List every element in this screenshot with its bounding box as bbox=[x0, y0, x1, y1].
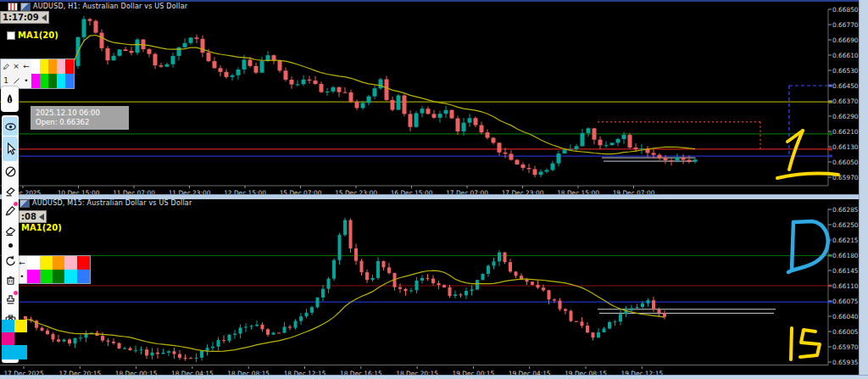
color-swatch[interactable] bbox=[48, 59, 57, 74]
stamp-tool[interactable] bbox=[3, 290, 18, 309]
highlighter-icon bbox=[4, 185, 17, 198]
y-tick-label: 0.66110 bbox=[832, 282, 859, 290]
candle-body bbox=[545, 170, 549, 172]
dot-tool[interactable] bbox=[3, 240, 18, 250]
color-swatch[interactable] bbox=[14, 320, 27, 332]
color-swatch[interactable] bbox=[40, 270, 53, 283]
indicator-checkbox[interactable] bbox=[7, 31, 15, 40]
color-swatch[interactable] bbox=[65, 74, 74, 88]
timer-collapse-arrow-icon[interactable] bbox=[39, 214, 44, 220]
candle-body bbox=[391, 100, 395, 110]
drawn-one-five[interactable] bbox=[800, 330, 820, 357]
color-swatch[interactable] bbox=[64, 256, 77, 270]
drawn-one-five[interactable] bbox=[791, 328, 792, 359]
chart-window-icon[interactable] bbox=[19, 199, 30, 208]
color-swatch[interactable] bbox=[77, 270, 90, 283]
candle-body bbox=[404, 289, 408, 292]
dot-tool-icon[interactable]: • bbox=[21, 74, 31, 88]
highlighter-tool[interactable] bbox=[3, 181, 18, 200]
color-swatch[interactable] bbox=[57, 74, 65, 88]
color-swatch[interactable] bbox=[48, 74, 57, 88]
color-swatch[interactable] bbox=[64, 270, 77, 283]
pen-off-tool[interactable] bbox=[3, 162, 18, 181]
eye-tool[interactable] bbox=[3, 117, 18, 136]
candle-body bbox=[272, 332, 275, 334]
arrow-left-icon[interactable]: ← bbox=[21, 59, 31, 74]
candle-body bbox=[361, 103, 365, 108]
annotation-app-logo[interactable] bbox=[1, 86, 19, 112]
timer-collapse-arrow-icon[interactable] bbox=[42, 14, 47, 21]
candle-body bbox=[652, 153, 656, 154]
candle-body bbox=[371, 278, 375, 280]
charts-canvas[interactable]: 0.668500.667700.666900.666100.665300.664… bbox=[0, 0, 868, 379]
close-icon[interactable]: × bbox=[11, 59, 21, 74]
candle-body bbox=[321, 289, 325, 298]
candle-body bbox=[462, 123, 466, 131]
color-swatch[interactable] bbox=[40, 74, 48, 88]
color-swatch[interactable] bbox=[31, 59, 40, 74]
drawn-letter-d[interactable] bbox=[792, 222, 793, 270]
y-tick-label: 0.66285 bbox=[832, 206, 859, 214]
pen-tool-icon[interactable] bbox=[1, 59, 11, 74]
window-bottom-border bbox=[0, 375, 868, 379]
y-tick-label: 0.66290 bbox=[832, 113, 859, 120]
candle-body bbox=[140, 349, 143, 350]
color-swatch[interactable] bbox=[2, 320, 14, 332]
color-swatch[interactable] bbox=[53, 270, 65, 283]
color-swatch[interactable] bbox=[27, 270, 40, 283]
candlestick-style-icon[interactable] bbox=[8, 3, 18, 11]
eraser-tool[interactable] bbox=[3, 220, 18, 239]
y-tick-label: 0.66130 bbox=[832, 143, 859, 151]
candle-body bbox=[373, 88, 377, 96]
candle-body bbox=[486, 132, 490, 137]
ma-line[interactable] bbox=[72, 36, 695, 154]
candle-body bbox=[327, 279, 331, 289]
ma-line[interactable] bbox=[25, 270, 665, 351]
candle-body bbox=[426, 278, 430, 279]
candle-body bbox=[250, 326, 253, 326]
color-swatch[interactable] bbox=[2, 332, 14, 345]
color-swatch[interactable] bbox=[40, 59, 48, 74]
pencil-tool[interactable] bbox=[3, 201, 18, 220]
trading-workspace: 0.668500.667700.666900.666100.665300.664… bbox=[0, 0, 868, 379]
y-tick-label: 0.66850 bbox=[832, 6, 859, 14]
candle-body bbox=[278, 61, 282, 71]
chart-title-h1: AUDUSD, H1: Australian Dollar vs US Doll… bbox=[33, 3, 187, 10]
candle-body bbox=[195, 358, 198, 359]
candle-body bbox=[266, 329, 270, 334]
selected-color-swatch[interactable] bbox=[2, 345, 27, 359]
candle-body bbox=[343, 92, 348, 93]
color-palette bbox=[31, 59, 74, 88]
color-swatch[interactable] bbox=[27, 256, 40, 270]
candle-body bbox=[171, 56, 175, 64]
cursor-tool[interactable] bbox=[3, 137, 18, 161]
candle-body bbox=[521, 164, 526, 168]
draw-options-toolbar-m15: ← • bbox=[16, 255, 91, 284]
candle-body bbox=[432, 114, 437, 118]
y-tick-label: 0.66040 bbox=[832, 313, 859, 320]
candle-body bbox=[614, 321, 617, 322]
color-swatch[interactable] bbox=[40, 256, 53, 270]
candle-body bbox=[360, 261, 364, 272]
color-swatch[interactable] bbox=[77, 256, 90, 270]
color-swatch[interactable] bbox=[57, 59, 65, 74]
chart-window-icon[interactable] bbox=[20, 3, 31, 11]
color-swatch[interactable] bbox=[53, 256, 65, 270]
color-swatch[interactable] bbox=[65, 59, 74, 74]
candle-body bbox=[305, 313, 309, 316]
undo-tool[interactable] bbox=[3, 251, 18, 270]
candle-body bbox=[213, 61, 217, 68]
trash-tool[interactable] bbox=[3, 270, 18, 289]
candle-body bbox=[504, 153, 508, 154]
eye-icon bbox=[4, 120, 17, 133]
candle-body bbox=[641, 304, 644, 307]
candle-body bbox=[165, 64, 170, 67]
candle-body bbox=[553, 299, 556, 300]
candle-body bbox=[129, 348, 132, 351]
color-swatch[interactable] bbox=[31, 74, 40, 88]
candle-body bbox=[228, 335, 231, 341]
candle-body bbox=[634, 148, 638, 149]
candle-body bbox=[387, 267, 391, 273]
candle-body bbox=[492, 138, 496, 143]
color-swatch[interactable] bbox=[14, 332, 27, 345]
